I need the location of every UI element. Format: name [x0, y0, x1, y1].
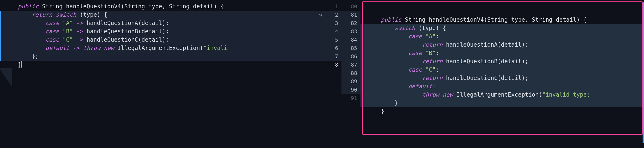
code-token: (	[138, 36, 142, 43]
code-line[interactable]: case "A" -> handleQuestionA(detail);	[0, 19, 322, 27]
code-token	[100, 45, 104, 51]
code-line[interactable]: throw new IllegalArgumentException("inva…	[360, 91, 644, 99]
code-line[interactable]: default -> throw new IllegalArgumentExce…	[0, 44, 322, 52]
overflow-sigil: »	[318, 11, 321, 19]
left-line-gutter: 12345678	[322, 0, 342, 148]
svg-marker-0	[0, 68, 12, 87]
code-token: ->	[76, 20, 83, 26]
code-token: type	[422, 25, 436, 31]
text-cursor	[21, 61, 22, 68]
code-token: String	[42, 3, 63, 10]
code-line[interactable]: public String handleQuestionV4(String ty…	[0, 3, 322, 11]
left-code-pane[interactable]: public String handleQuestionV4(String ty…	[0, 0, 322, 148]
code-token	[59, 28, 62, 35]
line-number: 7	[322, 52, 342, 61]
code-token: (	[121, 3, 124, 10]
code-line[interactable]: return handleQuestionA(detail);	[360, 41, 644, 49]
code-token: "B"	[426, 50, 436, 56]
line-number: 86	[342, 52, 360, 61]
code-token	[367, 58, 422, 65]
line-number: 90	[342, 86, 360, 94]
code-line[interactable]: default:	[360, 82, 644, 91]
code-line[interactable]: case "B":	[360, 49, 644, 57]
code-line[interactable]: case "C" -> handleQuestionC(detail);	[0, 36, 322, 44]
code-token: public	[18, 3, 39, 10]
code-token	[4, 12, 32, 18]
code-token: ->	[76, 36, 83, 43]
line-number: 88	[342, 69, 360, 77]
code-token: case	[408, 33, 422, 40]
code-token: detail	[501, 75, 522, 81]
code-token: return	[422, 58, 443, 65]
code-token	[83, 36, 86, 43]
code-token: handleQuestionV4	[429, 17, 484, 23]
minimap-change-indicator	[642, 3, 644, 143]
code-token: handleQuestionB	[87, 28, 138, 35]
code-token: :	[432, 83, 436, 90]
code-token: String	[532, 17, 552, 23]
code-token: public	[381, 17, 402, 23]
code-token	[114, 45, 117, 51]
right-line-gutter: 808182838485868788899091	[342, 0, 360, 148]
code-line[interactable]: }	[360, 107, 644, 116]
code-token: ->	[76, 28, 83, 35]
code-line[interactable]: case "A":	[360, 32, 644, 41]
code-token: "A"	[63, 20, 73, 26]
code-token	[367, 33, 408, 40]
code-line[interactable]: };	[0, 52, 322, 61]
code-line[interactable]: return handleQuestionC(detail);	[360, 74, 644, 82]
code-token	[443, 41, 446, 48]
line-number: 4	[322, 27, 342, 36]
code-token: (	[138, 20, 142, 26]
code-token: );	[522, 75, 528, 81]
code-token: :	[436, 33, 439, 40]
code-token: }	[4, 61, 21, 68]
code-line[interactable]: return handleQuestionB(detail);	[360, 57, 644, 66]
code-token	[190, 3, 193, 10]
code-token: ,	[162, 3, 169, 10]
code-token: detail	[193, 3, 214, 10]
code-token	[426, 17, 429, 23]
code-token: (	[484, 17, 487, 23]
code-token: String	[405, 17, 426, 23]
line-number: 3	[322, 19, 342, 27]
code-token: throw	[422, 91, 439, 98]
code-token	[508, 17, 511, 23]
code-line[interactable]: }	[360, 99, 644, 107]
code-token: case	[45, 36, 59, 43]
code-token: (	[538, 91, 542, 98]
right-code-pane[interactable]: public String handleQuestionV4(String ty…	[360, 0, 644, 148]
code-token	[73, 36, 76, 43]
code-token: (	[415, 25, 422, 31]
code-token	[367, 91, 422, 98]
code-token: return	[422, 75, 443, 81]
code-token: :	[436, 50, 439, 56]
code-token	[367, 41, 422, 48]
code-token: case	[45, 28, 59, 35]
code-token: handleQuestionC	[446, 75, 498, 81]
code-token: handleQuestionC	[87, 36, 138, 43]
line-number: 8	[322, 61, 342, 69]
code-token: handleQuestionA	[446, 41, 498, 48]
code-line[interactable]: return switch (type) {»	[0, 11, 322, 19]
code-token: throw	[83, 45, 100, 51]
code-token: String	[124, 3, 145, 10]
code-line[interactable]: public String handleQuestionV4(String ty…	[360, 16, 644, 24]
code-token: );	[162, 36, 169, 43]
code-line[interactable]: switch (type) {	[360, 24, 644, 32]
code-line[interactable]: case "C":	[360, 66, 644, 74]
code-token: (	[498, 75, 501, 81]
code-token: ) {	[436, 25, 446, 31]
code-token	[4, 28, 45, 35]
code-token	[73, 20, 76, 26]
code-line[interactable]: }	[0, 61, 322, 69]
code-token	[422, 66, 425, 73]
code-line[interactable]: case "B" -> handleQuestionB(detail);	[0, 27, 322, 36]
code-token: (	[76, 12, 83, 18]
code-token: type	[148, 3, 162, 10]
line-number: 80	[342, 3, 360, 11]
code-token: detail	[142, 28, 162, 35]
code-token: }	[367, 100, 398, 106]
code-token: return	[422, 41, 443, 48]
code-token	[402, 17, 405, 23]
